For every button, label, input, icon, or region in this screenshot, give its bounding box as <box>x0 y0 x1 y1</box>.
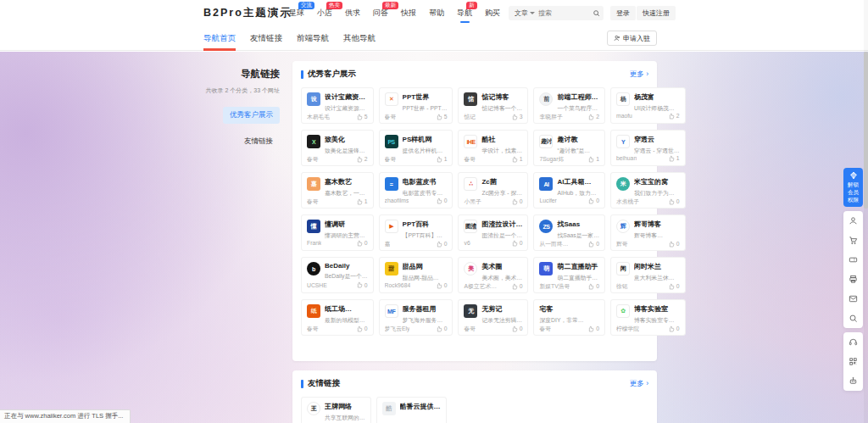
like-button[interactable]: 0 <box>511 240 523 247</box>
like-button[interactable]: 0 <box>436 282 448 289</box>
subnav-tab[interactable]: 其他导航 <box>343 25 376 51</box>
top-nav-item[interactable]: 帮助 <box>429 8 444 19</box>
site-card[interactable]: ✿ 博客实验室 博客实验室专… 柠檬学院 0 <box>610 299 686 336</box>
like-button[interactable]: 0 <box>668 283 680 290</box>
like-button[interactable]: 0 <box>436 198 448 204</box>
site-card[interactable]: AI AI工具箱… AIHub，致力… Lucifer 0 <box>533 172 604 209</box>
like-button[interactable]: 1 <box>511 156 523 163</box>
like-button[interactable]: 0 <box>587 198 599 204</box>
site-card[interactable]: ▶ PPT百科 【PPT百科】… 嘉 0 <box>379 214 453 251</box>
like-button[interactable]: 2 <box>668 113 680 120</box>
site-description: 懂调研的主营… <box>325 231 368 240</box>
site-card[interactable]: 宅客 深度DIY，非常… 春哥 0 <box>533 299 604 336</box>
site-card[interactable]: 杨 杨茂富 UI设计师杨茂… maofu 2 <box>610 87 686 124</box>
like-button[interactable]: 0 <box>668 198 680 205</box>
site-card[interactable]: ZS 找Saas 找Saas是一家… 从一而终… 0 <box>533 214 604 251</box>
robot-icon[interactable] <box>843 371 863 391</box>
site-card[interactable]: 甜 甜品网 甜品网-甜品… Rock9684 0 <box>379 257 453 293</box>
login-button[interactable]: 登录 <box>610 6 636 20</box>
site-card[interactable]: 纸 纸工场… 最新的纸模型… 春哥 0 <box>301 299 374 336</box>
site-card[interactable]: 米 米宝宝的窝 我们致力于为… 水煮桃子 0 <box>610 172 686 209</box>
site-card[interactable]: 趣讨 趣讨教 “趣讨教”是… 7Sugar炜 1 <box>533 130 604 166</box>
like-button[interactable]: 0 <box>356 240 368 247</box>
site-card[interactable]: 设 设计宝藏资… 设计宝藏资源… 木易毛毛 5 <box>301 87 374 124</box>
cart-icon[interactable] <box>843 231 863 250</box>
top-nav-item[interactable]: 导航 新 <box>457 8 472 19</box>
site-card[interactable]: 闲 闲时米兰 意大利米兰休… 徐铭 0 <box>610 257 686 293</box>
scrollbar-thumb[interactable] <box>864 52 868 209</box>
apply-button[interactable]: 申请入驻 <box>607 31 657 46</box>
like-button[interactable]: 3 <box>511 114 523 120</box>
service-icon[interactable] <box>843 332 863 352</box>
site-card[interactable]: 无 无剪记 记录无法剪辑… 春哥 0 <box>458 299 528 336</box>
site-card[interactable]: 懂 懂调研 懂调研的主营… Frank 0 <box>301 214 374 251</box>
site-card[interactable]: Y 穿透云 穿透云 - 穿透世… beihuan 1 <box>610 130 686 166</box>
subnav-tab[interactable]: 前端导航 <box>297 25 329 51</box>
like-button[interactable]: 0 <box>587 241 599 248</box>
site-card[interactable]: 前 前端工程师… 一个菜鸟程序… 李晓胖子 2 <box>533 87 604 124</box>
like-button[interactable]: 1 <box>587 156 599 163</box>
like-button[interactable]: 0 <box>668 326 680 332</box>
site-card[interactable]: 嘉 嘉木数艺 嘉木数艺，一… 春哥 1 <box>301 172 374 209</box>
site-card[interactable]: MF 服务器租用 梦飞海外服务… 梦飞云Ely 0 <box>379 299 453 336</box>
top-nav-item[interactable]: 问答 最新 <box>373 8 388 19</box>
site-card[interactable]: ✕ PPT世界 PPT世界 - PPT… 春哥 5 <box>379 87 453 124</box>
more-link[interactable]: 更多 › <box>630 379 648 389</box>
like-button[interactable]: 0 <box>511 198 523 205</box>
like-button[interactable]: 5 <box>436 114 448 120</box>
search-button[interactable] <box>588 6 604 20</box>
sidebar-category-item[interactable]: 优秀客户展示 <box>223 107 280 124</box>
ticket-icon[interactable] <box>843 250 863 270</box>
more-link[interactable]: 更多 › <box>630 70 648 80</box>
like-button[interactable]: 0 <box>587 283 599 290</box>
subnav-tab[interactable]: 导航首页 <box>203 25 236 51</box>
site-card[interactable]: X 致美化 致美化是漫锋… 春哥 2 <box>301 130 374 166</box>
sidebar-category-item[interactable]: 友情链接 <box>237 133 280 150</box>
site-card[interactable]: 图渣 图渣拉设计… 图渣拉是一个… v6 0 <box>458 214 528 251</box>
search-icon[interactable] <box>843 309 863 328</box>
register-button[interactable]: 快速注册 <box>637 6 676 20</box>
qrcode-icon[interactable] <box>843 352 863 371</box>
site-logo[interactable]: B2Pro主题演示 <box>203 0 292 25</box>
site-card[interactable]: PS PS样机网 提供名片样机… 春哥 1 <box>379 130 453 166</box>
site-card[interactable]: 惦 惦记博客 惦记博客一个… 惦记 3 <box>458 87 528 124</box>
like-button[interactable]: 0 <box>668 241 680 248</box>
like-button[interactable]: 0 <box>436 326 448 332</box>
like-button[interactable]: 0 <box>511 326 523 332</box>
site-card[interactable]: ∴ Zc菌 Zc菌分享 - 探… 小黑子 0 <box>458 172 528 209</box>
site-card[interactable]: = 电影蓝皮书 电影蓝皮书专… zhaofilms 0 <box>379 172 453 209</box>
top-nav-item[interactable]: 供求 <box>345 8 360 19</box>
site-favicon: 无 <box>464 304 477 318</box>
subnav-tab[interactable]: 友情链接 <box>250 25 282 51</box>
search-category-dropdown[interactable]: 文章 <box>509 8 538 18</box>
scrollbar[interactable] <box>864 0 868 423</box>
top-nav-item[interactable]: 星球 交流 <box>289 8 304 19</box>
like-button[interactable]: 0 <box>511 283 523 290</box>
site-card[interactable]: 萌 萌二直播助手 萌二直播助手… 新媒TV浩哥 0 <box>533 257 604 293</box>
like-button[interactable]: 0 <box>356 281 368 288</box>
mail-icon[interactable] <box>843 289 863 309</box>
unlock-vip-button[interactable]: 解锁会员权限 <box>843 168 863 207</box>
site-card[interactable]: 美 美术圈 美术圈，美术… A极立艺术… 0 <box>458 257 528 293</box>
site-card[interactable]: 酷 酷番云提供… <box>376 397 447 423</box>
printer-icon[interactable] <box>843 270 863 289</box>
search-input[interactable] <box>538 9 588 17</box>
top-nav-item[interactable]: 小店 热卖 <box>317 8 332 19</box>
site-card[interactable]: 王 王牌网络 共享互联网的… <box>301 397 371 423</box>
like-button[interactable]: 2 <box>587 114 599 120</box>
site-card[interactable]: b BeDaily BeDaily是一个… UCSHE 0 <box>301 257 374 293</box>
top-nav-item[interactable]: 快报 <box>401 8 416 19</box>
like-button[interactable]: 1 <box>668 155 680 162</box>
like-button[interactable]: 0 <box>356 326 368 332</box>
like-button[interactable]: 1 <box>436 156 448 163</box>
site-card[interactable]: 辉 辉哥博客 辉哥博客… 辉哥 0 <box>610 214 686 251</box>
like-button[interactable]: 0 <box>587 326 599 332</box>
like-button[interactable]: 5 <box>356 114 368 120</box>
like-button[interactable]: 2 <box>356 156 368 163</box>
site-author: 从一而终… <box>539 240 568 248</box>
site-card[interactable]: iHE 酷社 学设计，找素… 春哥 1 <box>458 130 528 166</box>
top-nav-item[interactable]: 购买 <box>485 8 500 19</box>
like-button[interactable]: 0 <box>436 241 448 248</box>
user-icon[interactable] <box>843 211 863 231</box>
like-button[interactable]: 1 <box>356 198 368 205</box>
